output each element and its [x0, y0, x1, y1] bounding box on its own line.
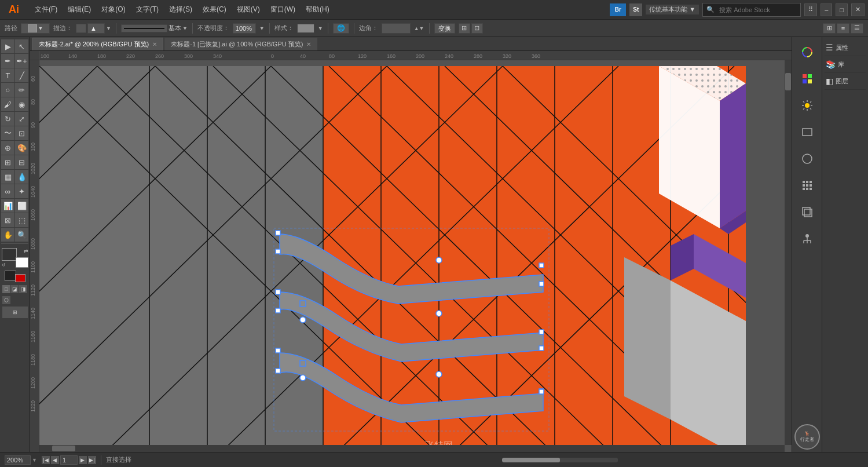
tab-1-close[interactable]: ✕ [152, 41, 157, 48]
tool-blob[interactable]: ◉ [15, 97, 28, 111]
tool-live-paint[interactable]: 🎨 [15, 141, 28, 155]
tool-hand[interactable]: ✋ [1, 228, 14, 242]
rp-crop-btn[interactable] [794, 199, 820, 225]
properties-toolbar: 路径 ▼ 描边： ▼ 基本 ▼ 不透明度： ▼ 样式： ▼ 🌐 边角： ▲▼ 变… [0, 20, 868, 37]
draw-normal[interactable]: □ [2, 285, 10, 293]
draw-inside[interactable]: ◨ [19, 285, 27, 293]
tool-perspective[interactable]: ⊞ [1, 155, 14, 169]
tool-gradient[interactable]: ▦ [1, 170, 14, 184]
scrollbar-bottom[interactable] [39, 445, 785, 452]
tool-pencil[interactable]: ✏ [15, 83, 28, 97]
tool-slice[interactable]: ⊠ [1, 213, 14, 227]
canvas-area[interactable]: 飞特网 FEVTE.COM [39, 60, 792, 452]
tool-mesh[interactable]: ⊟ [15, 155, 28, 169]
menu-effect[interactable]: 效果(C) [198, 2, 231, 17]
rp-color-btn[interactable] [794, 39, 820, 65]
tool-type[interactable]: T [1, 68, 14, 82]
rp-swatch-btn[interactable] [794, 66, 820, 92]
opacity-input[interactable] [233, 23, 256, 34]
transform-btn-1[interactable]: ⊞ [459, 23, 470, 34]
tab-2-close[interactable]: ✕ [306, 41, 311, 48]
tool-pen[interactable]: ✒ [1, 54, 14, 68]
search-bar-area[interactable]: 🔍 [702, 3, 801, 17]
canvas-extra-btn[interactable]: ⊞ [2, 307, 28, 318]
arrange-button[interactable]: ⠿ [804, 3, 817, 16]
reset-colors[interactable]: ↺ [2, 262, 6, 268]
page-input[interactable]: 1 [60, 455, 78, 465]
scroll-thumb-v[interactable] [785, 73, 791, 90]
tool-blend[interactable]: ∞ [1, 184, 14, 198]
logo-circle[interactable]: 🦌行走者 [794, 424, 820, 450]
window-minimize[interactable]: – [821, 3, 832, 16]
window-close[interactable]: ✕ [851, 3, 865, 16]
tool-artboard[interactable]: ⬜ [15, 199, 28, 213]
workspace-selector[interactable]: 传统基本功能 ▼ [646, 5, 699, 14]
tool-brush[interactable]: 🖌 [1, 97, 14, 111]
stroke-fg[interactable] [5, 271, 16, 281]
menu-view[interactable]: 视图(V) [232, 2, 265, 17]
align-btn-1[interactable]: ⊞ [823, 23, 836, 34]
scrollbar-right[interactable] [785, 60, 792, 445]
stroke-line-preview[interactable] [121, 24, 167, 32]
transform-options[interactable]: 变换 [434, 23, 455, 34]
menu-file[interactable]: 文件(F) [30, 2, 62, 17]
border-input[interactable] [382, 23, 411, 34]
tool-select[interactable]: ▶ [1, 39, 14, 53]
page-prev[interactable]: ◀ [51, 456, 59, 464]
tool-free-transform[interactable]: ⊡ [15, 126, 28, 140]
rp-rectangle-btn[interactable] [794, 119, 820, 145]
stroke-size-input[interactable] [87, 23, 105, 34]
rp-anchor-btn[interactable] [794, 226, 820, 251]
tool-graph[interactable]: 📊 [1, 199, 14, 213]
menu-edit[interactable]: 编辑(E) [63, 2, 96, 17]
rp-sun-btn[interactable] [794, 93, 820, 118]
transform-btn-2[interactable]: ⊡ [471, 23, 483, 34]
library-panel-item[interactable]: 📚 库 [825, 56, 866, 73]
zoom-input[interactable]: 200% [5, 455, 31, 465]
stock-icon[interactable]: St [629, 3, 642, 16]
menu-window[interactable]: 窗口(W) [266, 2, 300, 17]
window-maximize[interactable]: □ [836, 3, 848, 16]
swap-colors[interactable]: ⇄ [24, 248, 28, 254]
tool-symbol[interactable]: ✦ [15, 184, 28, 198]
stroke-bg[interactable] [15, 274, 25, 282]
rp-grid-btn[interactable] [794, 173, 820, 198]
menu-type[interactable]: 文字(T) [131, 2, 163, 17]
page-first[interactable]: |◀ [42, 456, 50, 464]
fill-color-selector[interactable]: ▼ [21, 23, 50, 34]
tab-2[interactable]: 未标题-1 [已恢复].ai @ 100% (RGB/GPU 预览) ✕ [164, 38, 317, 50]
style-color[interactable] [297, 24, 314, 33]
background-color[interactable] [16, 257, 28, 268]
menu-object[interactable]: 对象(O) [97, 2, 130, 17]
stroke-color[interactable] [76, 24, 86, 33]
tool-rotate[interactable]: ↻ [1, 112, 14, 126]
tool-add-anchor[interactable]: ✒+ [15, 54, 28, 68]
tool-zoom[interactable]: 🔍 [15, 228, 28, 242]
align-btn-3[interactable]: ☰ [851, 23, 863, 34]
search-input[interactable] [716, 4, 797, 16]
page-next[interactable]: ▶ [79, 456, 87, 464]
menu-help[interactable]: 帮助(H) [301, 2, 334, 17]
svg-text:1020: 1020 [30, 163, 36, 174]
tool-warp[interactable]: 〜 [1, 126, 14, 140]
tool-eyedropper[interactable]: 💧 [15, 170, 28, 184]
tool-eraser[interactable]: ⬚ [15, 213, 28, 227]
foreground-color[interactable] [2, 248, 17, 261]
tool-shape-builder[interactable]: ⊕ [1, 141, 14, 155]
rp-circle-btn[interactable] [794, 146, 820, 172]
tool-scale[interactable]: ⤢ [15, 112, 28, 126]
tool-line[interactable]: ╱ [15, 68, 28, 82]
page-last[interactable]: ▶| [88, 456, 96, 464]
scroll-thumb-h[interactable] [52, 446, 75, 451]
bridge-icon[interactable]: Br [610, 3, 626, 16]
globe-button[interactable]: 🌐 [333, 23, 349, 34]
tool-ellipse[interactable]: ○ [1, 83, 14, 97]
draw-behind[interactable]: ◪ [11, 285, 19, 293]
layers-panel-item[interactable]: ◧ 图层 [825, 73, 866, 90]
properties-panel-item[interactable]: ☰ 属性 [825, 39, 866, 56]
tool-direct-select[interactable]: ↖ [15, 39, 28, 53]
align-btn-2[interactable]: ≡ [837, 23, 849, 34]
view-mode-btn[interactable]: ⬡ [2, 296, 10, 304]
tab-1[interactable]: 未标题-2.ai* @ 200% (RGB/GPU 预览) ✕ [32, 38, 163, 50]
menu-select[interactable]: 选择(S) [164, 2, 197, 17]
